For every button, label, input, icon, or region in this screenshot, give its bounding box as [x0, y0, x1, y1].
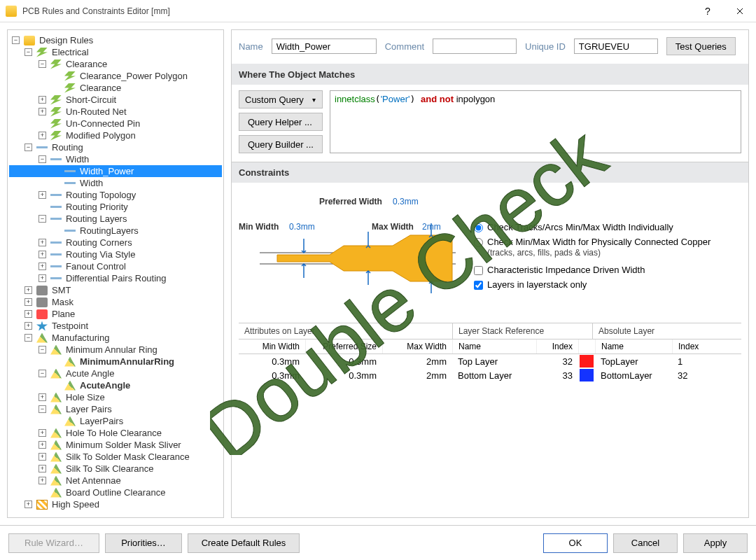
fanout-icon [50, 262, 62, 272]
tree-acute-angle-leaf[interactable]: AcuteAngle [9, 379, 222, 391]
grid-group-attributes: Attributes on Layer [239, 323, 452, 339]
comment-label: Comment [385, 41, 424, 52]
tree-diff-pairs[interactable]: +Differential Pairs Routing [9, 272, 222, 284]
check-connected-radio[interactable] [474, 238, 483, 247]
layerstack-checkbox[interactable] [474, 281, 483, 290]
rule-details-panel: Name Comment Unique ID Test Queries Wher… [231, 29, 749, 518]
tree-width[interactable]: −Width [9, 153, 222, 165]
tree-clearance[interactable]: −Clearance [9, 58, 222, 70]
priorities-button[interactable]: Priorities… [105, 533, 182, 553]
table-row[interactable]: 0.3mm0.3mm2mmTop Layer32TopLayer1 [239, 354, 741, 368]
tree-routing-layers[interactable]: −Routing Layers [9, 213, 222, 225]
tree-width-power[interactable]: Width_Power [9, 165, 222, 177]
tree-routing-layers-leaf[interactable]: RoutingLayers [9, 225, 222, 237]
width-icon [64, 178, 76, 188]
layerpairs-icon [50, 405, 62, 414]
layerpairs-icon [64, 416, 76, 426]
tree-min-annular-leaf[interactable]: MinimumAnnularRing [9, 356, 222, 368]
tree-unrouted-net[interactable]: +Un-Routed Net [9, 106, 222, 118]
plane-icon [36, 309, 48, 319]
layer-color-swatch [580, 355, 594, 368]
testpoint-icon [36, 321, 48, 331]
tree-modified-polygon[interactable]: +Modified Polygon [9, 130, 222, 141]
tree-manufacturing[interactable]: −Manufacturing [9, 332, 222, 344]
match-type-dropdown[interactable]: Custom Query ▾ [239, 90, 323, 108]
tree-silk-silk[interactable]: +Silk To Silk Clearance [9, 463, 222, 475]
tree-clearance-power[interactable]: Clearance_Power Polygon [9, 70, 222, 82]
title-bar: PCB Rules and Constraints Editor [mm] ? [0, 0, 756, 22]
help-button[interactable]: ? [692, 0, 724, 22]
tree-net-antennae[interactable]: +Net Antennae [9, 475, 222, 486]
max-width-value[interactable]: 2mm [422, 222, 441, 232]
tree-electrical[interactable]: −Electrical [9, 46, 222, 58]
col-min-width[interactable]: Min Width [239, 340, 305, 354]
comment-input[interactable] [433, 38, 517, 54]
unrouted-icon [50, 107, 62, 117]
preferred-width-value[interactable]: 0.3mm [393, 197, 419, 206]
col-preferred-size[interactable]: Preferred Size [305, 340, 382, 354]
electrical-icon [36, 48, 48, 57]
test-queries-button[interactable]: Test Queries [666, 37, 736, 55]
col-index[interactable]: Index [536, 340, 578, 354]
tree-layer-pairs[interactable]: −Layer Pairs [9, 403, 222, 415]
table-row[interactable]: 0.3mm0.3mm2mmBottom Layer33BottomLayer32 [239, 368, 741, 382]
apply-button[interactable]: Apply [683, 533, 748, 553]
close-button[interactable] [724, 0, 756, 22]
create-default-rules-button[interactable]: Create Default Rules [188, 533, 300, 553]
max-width-label: Max Width [372, 222, 414, 232]
tree-plane[interactable]: +Plane [9, 308, 222, 320]
constraints-section-header: Constraints [232, 162, 748, 183]
tree-min-solder-mask[interactable]: +Minimum Solder Mask Sliver [9, 439, 222, 451]
tree-hole-size[interactable]: +Hole Size [9, 391, 222, 403]
rule-wizard-button[interactable]: Rule Wizard… [8, 533, 99, 553]
tree-smt[interactable]: +SMT [9, 284, 222, 296]
tree-silk-solder[interactable]: +Silk To Solder Mask Clearance [9, 451, 222, 463]
tree-routing-via[interactable]: +Routing Via Style [9, 248, 222, 260]
angle-icon [50, 369, 62, 379]
col-max-width[interactable]: Max Width [382, 340, 452, 354]
col-abs-name[interactable]: Name [595, 340, 672, 354]
layerstack-label: Layers in layerstack only [487, 279, 587, 290]
tree-board-outline[interactable]: Board Outline Clearance [9, 486, 222, 498]
query-builder-button[interactable]: Query Builder ... [239, 135, 323, 153]
col-abs-index[interactable]: Index [672, 340, 707, 354]
tree-short-circuit[interactable]: +Short-Circuit [9, 94, 222, 106]
name-input[interactable] [272, 38, 377, 54]
layer-width-grid[interactable]: Attributes on Layer Layer Stack Referenc… [239, 323, 741, 382]
tree-routing-priority[interactable]: Routing Priority [9, 201, 222, 213]
tree-root[interactable]: −Design Rules [9, 34, 222, 46]
tree-high-speed[interactable]: +High Speed [9, 498, 222, 510]
short-circuit-icon [50, 95, 62, 105]
col-layer-name[interactable]: Name [452, 340, 536, 354]
silk-icon [50, 452, 62, 462]
corners-icon [50, 238, 62, 248]
tree-unconnected-pin[interactable]: Un-Connected Pin [9, 118, 222, 130]
diffpairs-icon [50, 274, 62, 284]
tree-acute-angle[interactable]: −Acute Angle [9, 368, 222, 379]
tree-min-annular[interactable]: −Minimum Annular Ring [9, 344, 222, 356]
ok-button[interactable]: OK [543, 533, 608, 553]
cancel-button[interactable]: Cancel [613, 533, 678, 553]
tree-mask[interactable]: +Mask [9, 296, 222, 308]
uniqueid-input[interactable] [574, 38, 658, 54]
tree-layer-pairs-leaf[interactable]: LayerPairs [9, 415, 222, 427]
check-individual-radio[interactable] [474, 223, 483, 232]
tree-routing-topology[interactable]: +Routing Topology [9, 189, 222, 201]
min-width-value[interactable]: 0.3mm [289, 222, 315, 232]
query-textarea[interactable]: innetclass('Power') and not inpolygon [330, 90, 741, 153]
impedance-checkbox[interactable] [474, 266, 483, 275]
tree-width-leaf[interactable]: Width [9, 177, 222, 189]
tree-routing-corners[interactable]: +Routing Corners [9, 237, 222, 248]
width-icon [50, 155, 62, 164]
rules-tree-panel[interactable]: −Design Rules −Electrical −Clearance Cle… [7, 29, 224, 518]
query-helper-button[interactable]: Query Helper ... [239, 113, 323, 131]
tree-routing[interactable]: −Routing [9, 141, 222, 153]
hole-icon [50, 393, 62, 402]
tree-fanout[interactable]: +Fanout Control [9, 260, 222, 272]
angle-icon [64, 381, 76, 391]
priority-icon [50, 202, 62, 212]
tree-clearance-leaf[interactable]: Clearance [9, 82, 222, 94]
highspeed-icon [36, 500, 48, 510]
tree-testpoint[interactable]: +Testpoint [9, 320, 222, 332]
tree-hole-to-hole[interactable]: +Hole To Hole Clearance [9, 427, 222, 439]
